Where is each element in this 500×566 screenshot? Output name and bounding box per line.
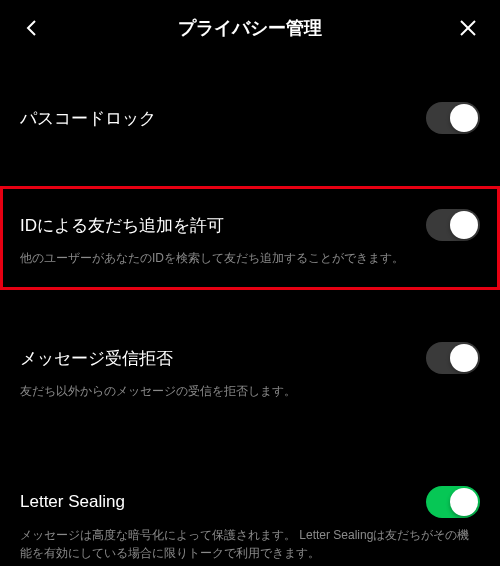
message-reject-description: 友だち以外からのメッセージの受信を拒否します。 bbox=[20, 382, 480, 400]
passcode-toggle[interactable] bbox=[426, 102, 480, 134]
spacer bbox=[0, 290, 500, 324]
id-add-row: IDによる友だち追加を許可 bbox=[20, 209, 480, 241]
letter-sealing-label: Letter Sealing bbox=[20, 492, 125, 512]
id-add-label: IDによる友だち追加を許可 bbox=[20, 214, 224, 237]
toggle-knob bbox=[450, 488, 478, 516]
close-icon bbox=[458, 18, 478, 38]
passcode-label: パスコードロック bbox=[20, 107, 156, 130]
id-add-description: 他のユーザーがあなたのIDを検索して友だち追加することができます。 bbox=[20, 249, 480, 267]
message-reject-row: メッセージ受信拒否 bbox=[20, 342, 480, 374]
message-reject-toggle[interactable] bbox=[426, 342, 480, 374]
id-add-section: IDによる友だち追加を許可 他のユーザーがあなたのIDを検索して友だち追加するこ… bbox=[0, 186, 500, 290]
chevron-left-icon bbox=[23, 19, 41, 37]
passcode-section: パスコードロック bbox=[0, 84, 500, 152]
spacer bbox=[0, 152, 500, 186]
spacer bbox=[0, 56, 500, 84]
passcode-row: パスコードロック bbox=[20, 102, 480, 134]
toggle-knob bbox=[450, 211, 478, 239]
page-title: プライバシー管理 bbox=[48, 16, 452, 40]
letter-sealing-description: メッセージは高度な暗号化によって保護されます。 Letter Sealingは友… bbox=[20, 526, 480, 562]
message-reject-section: メッセージ受信拒否 友だち以外からのメッセージの受信を拒否します。 bbox=[0, 324, 500, 418]
toggle-knob bbox=[450, 344, 478, 372]
toggle-knob bbox=[450, 104, 478, 132]
letter-sealing-row: Letter Sealing bbox=[20, 486, 480, 518]
spacer bbox=[0, 418, 500, 468]
id-add-toggle[interactable] bbox=[426, 209, 480, 241]
message-reject-label: メッセージ受信拒否 bbox=[20, 347, 173, 370]
back-button[interactable] bbox=[16, 12, 48, 44]
letter-sealing-section: Letter Sealing メッセージは高度な暗号化によって保護されます。 L… bbox=[0, 468, 500, 566]
close-button[interactable] bbox=[452, 12, 484, 44]
letter-sealing-toggle[interactable] bbox=[426, 486, 480, 518]
header: プライバシー管理 bbox=[0, 0, 500, 56]
